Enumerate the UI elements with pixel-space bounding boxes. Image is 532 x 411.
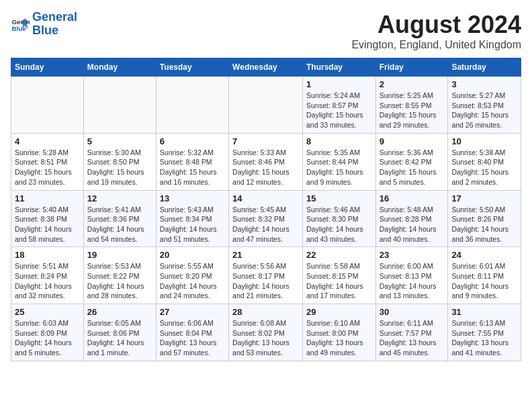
calendar-cell: 18Sunrise: 5:51 AM Sunset: 8:24 PM Dayli… bbox=[11, 247, 84, 304]
calendar-cell: 6Sunrise: 5:32 AM Sunset: 8:48 PM Daylig… bbox=[156, 133, 228, 190]
day-info: Sunrise: 5:40 AM Sunset: 8:38 PM Dayligh… bbox=[15, 205, 80, 244]
day-info: Sunrise: 5:45 AM Sunset: 8:32 PM Dayligh… bbox=[232, 205, 299, 244]
calendar-cell: 1Sunrise: 5:24 AM Sunset: 8:57 PM Daylig… bbox=[302, 77, 375, 134]
day-number: 23 bbox=[380, 250, 445, 260]
day-number: 28 bbox=[232, 307, 299, 317]
day-info: Sunrise: 5:55 AM Sunset: 8:20 PM Dayligh… bbox=[160, 261, 225, 301]
calendar-cell: 30Sunrise: 6:11 AM Sunset: 7:57 PM Dayli… bbox=[375, 304, 448, 361]
week-row-1: 1Sunrise: 5:24 AM Sunset: 8:57 PM Daylig… bbox=[11, 77, 521, 134]
calendar-cell bbox=[156, 77, 228, 134]
day-info: Sunrise: 6:11 AM Sunset: 7:57 PM Dayligh… bbox=[380, 318, 445, 358]
week-row-3: 11Sunrise: 5:40 AM Sunset: 8:38 PM Dayli… bbox=[11, 190, 521, 247]
location-subtitle: Evington, England, United Kingdom bbox=[351, 39, 521, 51]
calendar-cell: 16Sunrise: 5:48 AM Sunset: 8:28 PM Dayli… bbox=[375, 190, 448, 247]
calendar-cell: 21Sunrise: 5:56 AM Sunset: 8:17 PM Dayli… bbox=[229, 247, 303, 304]
header-friday: Friday bbox=[375, 58, 448, 77]
calendar-cell: 9Sunrise: 5:36 AM Sunset: 8:42 PM Daylig… bbox=[375, 133, 448, 190]
day-info: Sunrise: 6:06 AM Sunset: 8:04 PM Dayligh… bbox=[160, 318, 225, 358]
day-number: 1 bbox=[306, 79, 372, 89]
day-info: Sunrise: 6:10 AM Sunset: 8:00 PM Dayligh… bbox=[306, 318, 372, 358]
header-saturday: Saturday bbox=[448, 58, 521, 77]
calendar-cell: 7Sunrise: 5:33 AM Sunset: 8:46 PM Daylig… bbox=[229, 133, 303, 190]
day-number: 4 bbox=[15, 136, 80, 146]
calendar-cell: 5Sunrise: 5:30 AM Sunset: 8:50 PM Daylig… bbox=[83, 133, 156, 190]
calendar-cell: 4Sunrise: 5:28 AM Sunset: 8:51 PM Daylig… bbox=[11, 133, 84, 190]
day-number: 24 bbox=[451, 250, 517, 260]
calendar-cell: 23Sunrise: 6:00 AM Sunset: 8:13 PM Dayli… bbox=[375, 247, 448, 304]
calendar-cell: 29Sunrise: 6:10 AM Sunset: 8:00 PM Dayli… bbox=[302, 304, 375, 361]
day-info: Sunrise: 5:41 AM Sunset: 8:36 PM Dayligh… bbox=[87, 205, 152, 244]
calendar-cell: 2Sunrise: 5:25 AM Sunset: 8:55 PM Daylig… bbox=[375, 77, 448, 134]
calendar-cell: 8Sunrise: 5:35 AM Sunset: 8:44 PM Daylig… bbox=[302, 133, 375, 190]
day-info: Sunrise: 5:56 AM Sunset: 8:17 PM Dayligh… bbox=[232, 261, 299, 301]
day-info: Sunrise: 6:03 AM Sunset: 8:09 PM Dayligh… bbox=[15, 318, 80, 358]
logo-text: General Blue bbox=[32, 11, 77, 38]
day-info: Sunrise: 5:38 AM Sunset: 8:40 PM Dayligh… bbox=[451, 148, 517, 187]
logo-blue: Blue bbox=[32, 24, 58, 37]
day-number: 19 bbox=[87, 250, 152, 260]
calendar-cell: 22Sunrise: 5:58 AM Sunset: 8:15 PM Dayli… bbox=[302, 247, 375, 304]
day-info: Sunrise: 5:30 AM Sunset: 8:50 PM Dayligh… bbox=[87, 148, 152, 187]
logo: General Blue General Blue bbox=[11, 11, 77, 38]
day-number: 2 bbox=[380, 79, 445, 89]
day-number: 7 bbox=[232, 136, 299, 146]
day-number: 15 bbox=[306, 193, 372, 203]
week-row-4: 18Sunrise: 5:51 AM Sunset: 8:24 PM Dayli… bbox=[11, 247, 521, 304]
calendar-cell: 11Sunrise: 5:40 AM Sunset: 8:38 PM Dayli… bbox=[11, 190, 84, 247]
day-number: 30 bbox=[380, 307, 445, 317]
day-number: 11 bbox=[15, 193, 80, 203]
day-info: Sunrise: 5:25 AM Sunset: 8:55 PM Dayligh… bbox=[380, 91, 445, 130]
day-number: 31 bbox=[451, 307, 517, 317]
day-info: Sunrise: 5:33 AM Sunset: 8:46 PM Dayligh… bbox=[232, 148, 299, 187]
day-number: 20 bbox=[160, 250, 225, 260]
day-info: Sunrise: 5:36 AM Sunset: 8:42 PM Dayligh… bbox=[380, 148, 445, 187]
day-number: 8 bbox=[306, 136, 372, 146]
calendar-cell: 28Sunrise: 6:08 AM Sunset: 8:02 PM Dayli… bbox=[229, 304, 303, 361]
day-info: Sunrise: 5:50 AM Sunset: 8:26 PM Dayligh… bbox=[451, 205, 517, 244]
day-number: 21 bbox=[232, 250, 299, 260]
calendar-table: SundayMondayTuesdayWednesdayThursdayFrid… bbox=[11, 58, 521, 361]
day-number: 29 bbox=[306, 307, 372, 317]
day-info: Sunrise: 6:05 AM Sunset: 8:06 PM Dayligh… bbox=[87, 318, 152, 358]
calendar-cell bbox=[83, 77, 156, 134]
calendar-header: SundayMondayTuesdayWednesdayThursdayFrid… bbox=[11, 58, 521, 77]
day-number: 18 bbox=[15, 250, 80, 260]
day-info: Sunrise: 5:58 AM Sunset: 8:15 PM Dayligh… bbox=[306, 261, 372, 301]
calendar-cell bbox=[11, 77, 84, 134]
header-monday: Monday bbox=[83, 58, 156, 77]
header-row: SundayMondayTuesdayWednesdayThursdayFrid… bbox=[11, 58, 521, 77]
day-number: 9 bbox=[380, 136, 445, 146]
header-thursday: Thursday bbox=[302, 58, 375, 77]
week-row-2: 4Sunrise: 5:28 AM Sunset: 8:51 PM Daylig… bbox=[11, 133, 521, 190]
calendar-body: 1Sunrise: 5:24 AM Sunset: 8:57 PM Daylig… bbox=[11, 77, 521, 361]
day-number: 27 bbox=[160, 307, 225, 317]
day-info: Sunrise: 5:24 AM Sunset: 8:57 PM Dayligh… bbox=[306, 91, 372, 130]
day-number: 14 bbox=[232, 193, 299, 203]
day-number: 12 bbox=[87, 193, 152, 203]
day-info: Sunrise: 6:08 AM Sunset: 8:02 PM Dayligh… bbox=[232, 318, 299, 358]
day-number: 22 bbox=[306, 250, 372, 260]
calendar-cell: 20Sunrise: 5:55 AM Sunset: 8:20 PM Dayli… bbox=[156, 247, 228, 304]
day-info: Sunrise: 6:01 AM Sunset: 8:11 PM Dayligh… bbox=[451, 261, 517, 301]
day-info: Sunrise: 5:27 AM Sunset: 8:53 PM Dayligh… bbox=[451, 91, 517, 130]
day-info: Sunrise: 5:51 AM Sunset: 8:24 PM Dayligh… bbox=[15, 261, 80, 301]
header-tuesday: Tuesday bbox=[156, 58, 228, 77]
day-info: Sunrise: 5:35 AM Sunset: 8:44 PM Dayligh… bbox=[306, 148, 372, 187]
day-info: Sunrise: 5:46 AM Sunset: 8:30 PM Dayligh… bbox=[306, 205, 372, 244]
calendar-cell: 14Sunrise: 5:45 AM Sunset: 8:32 PM Dayli… bbox=[229, 190, 303, 247]
day-number: 17 bbox=[451, 193, 517, 203]
calendar-cell: 26Sunrise: 6:05 AM Sunset: 8:06 PM Dayli… bbox=[83, 304, 156, 361]
day-number: 13 bbox=[160, 193, 225, 203]
calendar-cell: 24Sunrise: 6:01 AM Sunset: 8:11 PM Dayli… bbox=[448, 247, 521, 304]
week-row-5: 25Sunrise: 6:03 AM Sunset: 8:09 PM Dayli… bbox=[11, 304, 521, 361]
logo-icon: General Blue bbox=[11, 15, 30, 34]
day-number: 25 bbox=[15, 307, 80, 317]
day-number: 3 bbox=[451, 79, 517, 89]
page-header: General Blue General Blue August 2024 Ev… bbox=[11, 11, 521, 51]
calendar-cell: 3Sunrise: 5:27 AM Sunset: 8:53 PM Daylig… bbox=[448, 77, 521, 134]
day-number: 26 bbox=[87, 307, 152, 317]
calendar-cell: 17Sunrise: 5:50 AM Sunset: 8:26 PM Dayli… bbox=[448, 190, 521, 247]
header-sunday: Sunday bbox=[11, 58, 84, 77]
logo-general: General bbox=[32, 10, 77, 24]
calendar-cell: 12Sunrise: 5:41 AM Sunset: 8:36 PM Dayli… bbox=[83, 190, 156, 247]
